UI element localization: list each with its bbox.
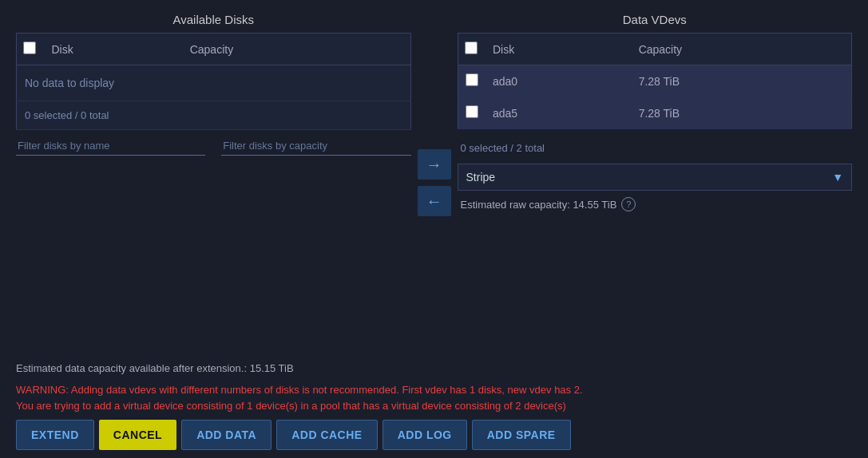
vdev-row-checkbox-cell-2[interactable] <box>458 97 486 129</box>
estimated-extension-line: Estimated data capacity available after … <box>16 359 852 377</box>
available-disks-title: Available Disks <box>16 13 411 26</box>
data-vdevs-table: Disk Capacity ada0 7.28 TiB <box>458 33 853 129</box>
arrow-right-icon: → <box>426 156 442 174</box>
stripe-dropdown-button[interactable]: ▼ <box>832 171 843 184</box>
extend-button[interactable]: EXTEND <box>16 420 94 450</box>
help-icon[interactable]: ? <box>621 197 636 211</box>
vdev-checkbox-header[interactable] <box>458 34 486 65</box>
vdev-disk-capacity-ada0: 7.28 TiB <box>632 65 852 97</box>
vdev-disk-name-ada0: ada0 <box>486 65 632 97</box>
available-disk-checkbox-header[interactable] <box>17 34 46 65</box>
available-disks-table: Disk Capacity No data to display 0 selec… <box>16 33 411 130</box>
available-disk-col-header: Disk <box>46 34 184 65</box>
arrow-panel: → ← <box>411 13 458 353</box>
vdev-disk-capacity-ada5: 7.28 TiB <box>632 97 852 129</box>
vdev-disk-name-ada5: ada5 <box>486 97 632 129</box>
add-log-button[interactable]: ADD LOG <box>382 420 467 450</box>
vdev-select-all[interactable] <box>465 41 478 54</box>
panels-row: Available Disks Disk Capacity No data to… <box>16 13 852 353</box>
warning-text: WARNING: Adding data vdevs with differen… <box>16 382 852 413</box>
move-left-button[interactable]: ← <box>418 186 451 216</box>
stripe-row: Stripe ▼ <box>458 164 853 191</box>
estimated-capacity-row: Estimated raw capacity: 14.55 TiB ? <box>458 191 853 215</box>
available-disks-selected-info: 0 selected / 0 total <box>17 101 411 130</box>
add-spare-button[interactable]: ADD SPARE <box>472 420 571 450</box>
filter-by-name-input[interactable] <box>16 136 205 156</box>
cancel-button[interactable]: CANCEL <box>99 420 176 450</box>
filter-by-capacity-input[interactable] <box>221 136 410 156</box>
add-cache-button[interactable]: ADD CACHE <box>276 420 378 450</box>
available-disks-no-data: No data to display <box>17 65 411 101</box>
bottom-section: Estimated data capacity available after … <box>16 359 852 450</box>
vdev-row-checkbox-cell[interactable] <box>458 65 486 97</box>
data-vdevs-panel: Data VDevs Disk Capacity <box>458 13 853 353</box>
estimated-capacity-text: Estimated raw capacity: 14.55 TiB <box>461 199 617 211</box>
available-disks-panel: Available Disks Disk Capacity No data to… <box>16 13 411 353</box>
vdev-disk-col-header: Disk <box>486 34 632 65</box>
filter-row <box>16 136 411 156</box>
vdev-row-checkbox-ada5[interactable] <box>466 105 478 118</box>
arrow-left-icon: ← <box>426 192 442 211</box>
move-right-button[interactable]: → <box>418 149 451 180</box>
stripe-label: Stripe <box>466 171 833 184</box>
vdev-selected-info: 0 selected / 2 total <box>458 136 853 157</box>
right-extras: 0 selected / 2 total Stripe ▼ Estimated … <box>458 136 853 215</box>
main-container: Available Disks Disk Capacity No data to… <box>0 0 868 458</box>
button-row: EXTEND CANCEL ADD DATA ADD CACHE ADD LOG… <box>16 420 852 450</box>
available-capacity-col-header: Capacity <box>184 34 410 65</box>
available-disk-select-all[interactable] <box>23 41 36 54</box>
vdev-capacity-col-header: Capacity <box>632 34 852 65</box>
table-row: ada0 7.28 TiB <box>458 65 852 97</box>
vdev-row-checkbox-ada0[interactable] <box>466 73 478 86</box>
add-data-button[interactable]: ADD DATA <box>181 420 271 450</box>
table-row: ada5 7.28 TiB <box>458 97 852 129</box>
data-vdevs-title: Data VDevs <box>458 13 853 26</box>
